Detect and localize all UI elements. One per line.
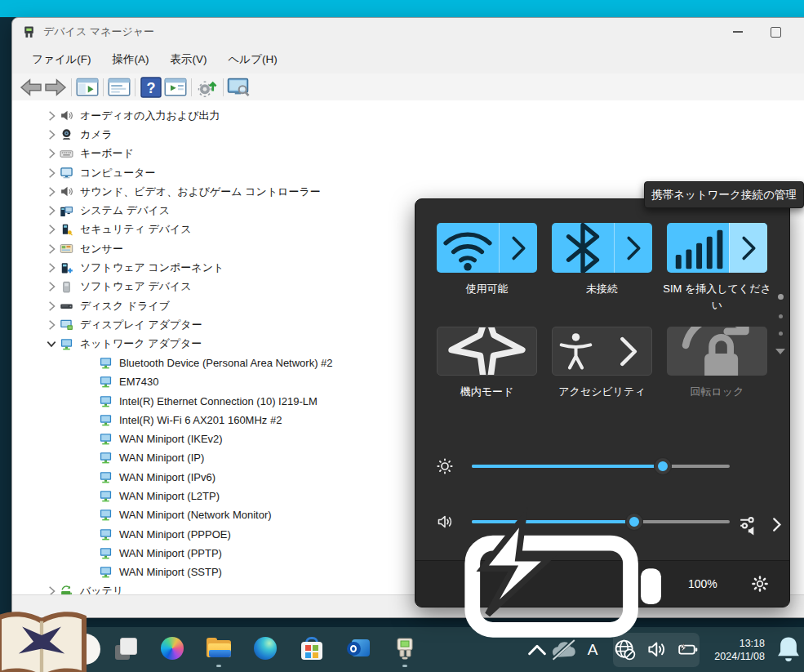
qs-tile-cell: 未接続 xyxy=(552,223,652,327)
bluetooth-expand-button[interactable] xyxy=(614,223,652,273)
tree-chevron-icon xyxy=(82,547,99,559)
tree-item-label: ソフトウェア コンポーネント xyxy=(80,260,224,275)
wifi-expand-button[interactable] xyxy=(499,223,537,273)
edge-logo xyxy=(254,637,277,660)
qs-footer: 100% xyxy=(415,560,789,607)
chevron-right-icon xyxy=(605,328,651,375)
network-icon xyxy=(99,470,113,484)
store-bag xyxy=(301,637,322,660)
action-pane-icon xyxy=(163,75,188,100)
settings-button[interactable] xyxy=(750,574,770,594)
tree-chevron-icon[interactable] xyxy=(43,300,60,312)
tree-chevron-icon[interactable] xyxy=(43,148,60,159)
taskbar-app-outlook[interactable] xyxy=(346,636,371,661)
chevron-right-icon xyxy=(764,512,789,537)
tooltip: 携帯ネットワーク接続の管理 xyxy=(644,181,804,208)
bluetooth-tile-main[interactable] xyxy=(552,223,614,273)
accessibility-tile[interactable] xyxy=(552,327,652,376)
search-box[interactable] xyxy=(0,634,100,665)
console-tree-button[interactable] xyxy=(75,77,100,98)
audio-icon xyxy=(60,185,73,198)
taskbar-app-store[interactable] xyxy=(300,636,324,661)
bluetooth-tile[interactable] xyxy=(552,223,652,273)
network-icon xyxy=(99,546,113,560)
tree-item-label: ディスク ドライブ xyxy=(80,299,170,314)
svg-text:?: ? xyxy=(147,79,156,96)
menu-item-1[interactable]: 操作(A) xyxy=(104,49,158,70)
accessibility-tile-main[interactable] xyxy=(553,327,651,375)
bluetooth-icon xyxy=(552,223,614,273)
battery-status-button[interactable]: 100% xyxy=(437,461,717,672)
tree-chevron-icon xyxy=(82,358,99,369)
tree-chevron-icon[interactable] xyxy=(43,338,60,349)
network-icon xyxy=(99,394,113,408)
notifications-button[interactable] xyxy=(773,634,804,665)
tree-chevron-icon[interactable] xyxy=(43,186,60,198)
tree-chevron-icon[interactable] xyxy=(43,281,60,292)
scan-hardware-button[interactable] xyxy=(195,77,220,98)
taskbar-app-file-explorer[interactable] xyxy=(207,636,231,661)
menu-item-2[interactable]: 表示(V) xyxy=(162,49,215,70)
maximize-button[interactable] xyxy=(757,18,794,46)
action-pane-button[interactable] xyxy=(163,77,188,98)
maximize-icon xyxy=(771,27,781,38)
menubar: ファイル(F)操作(A)表示(V)ヘルプ(H) xyxy=(12,46,804,74)
qs-tile-cell: 回転ロック xyxy=(667,327,767,400)
expand-down-icon[interactable] xyxy=(775,349,785,354)
security-icon xyxy=(60,223,73,237)
network-icon xyxy=(99,413,113,427)
window-controls xyxy=(719,18,794,46)
tree-chevron-icon[interactable] xyxy=(43,167,60,179)
back-button[interactable] xyxy=(19,77,43,98)
taskbar-app-edge[interactable] xyxy=(253,636,278,661)
airplane-mode-tile-main[interactable] xyxy=(438,327,536,375)
taskbar-app-task-view[interactable] xyxy=(113,636,138,661)
monitor-search-button[interactable] xyxy=(227,77,251,98)
audio-icon xyxy=(60,109,73,122)
properties-icon xyxy=(107,75,131,100)
toolbar-separator xyxy=(135,78,135,96)
tree-item[interactable]: カメラ xyxy=(12,125,804,144)
tree-item-label: ディスプレイ アダプター xyxy=(80,318,202,332)
audio-output-select-button[interactable] xyxy=(736,512,789,537)
wifi-tile[interactable] xyxy=(437,223,537,273)
tree-item-label: Intel(R) Wi-Fi 6 AX201 160MHz #2 xyxy=(119,414,282,426)
help-button[interactable]: ? xyxy=(139,77,163,98)
cellular-tile[interactable] xyxy=(667,223,767,273)
cellular-expand-button[interactable] xyxy=(729,223,767,273)
forward-button[interactable] xyxy=(43,77,68,98)
wifi-tile-main[interactable] xyxy=(437,223,499,273)
tree-chevron-icon[interactable] xyxy=(43,262,60,274)
tree-item-label: サウンド、ビデオ、およびゲーム コントローラー xyxy=(80,185,321,199)
tree-chevron-icon[interactable] xyxy=(43,243,60,255)
tree-chevron-icon[interactable] xyxy=(43,224,60,235)
cellular-tile-main[interactable] xyxy=(667,223,729,273)
system-icon xyxy=(60,204,73,218)
tree-item[interactable]: コンピューター xyxy=(12,163,804,182)
camera-icon xyxy=(60,127,73,141)
taskbar-app-copilot[interactable] xyxy=(160,636,184,661)
qs-tile-cell: 使用可能 xyxy=(437,223,537,327)
tree-chevron-icon[interactable] xyxy=(43,205,60,216)
minimize-button[interactable] xyxy=(719,18,757,46)
titlebar[interactable]: デバイス マネージャー xyxy=(12,18,804,46)
menu-item-3[interactable]: ヘルプ(H) xyxy=(220,49,286,70)
tree-chevron-icon[interactable] xyxy=(43,129,60,140)
tree-item[interactable]: キーボード xyxy=(12,145,804,163)
tree-item[interactable]: オーディオの入力および出力 xyxy=(12,106,804,125)
running-indicator xyxy=(216,665,221,667)
tree-chevron-icon[interactable] xyxy=(43,319,60,331)
properties-button[interactable] xyxy=(107,77,131,98)
network-icon xyxy=(99,527,113,541)
desktop-wallpaper-left xyxy=(0,0,11,627)
page-dot xyxy=(778,294,784,300)
menu-item-0[interactable]: ファイル(F) xyxy=(24,49,100,70)
tree-item-label: WAN Miniport (PPPOE) xyxy=(119,528,231,541)
tree-item-label: WAN Miniport (Network Monitor) xyxy=(119,509,272,521)
disk-icon xyxy=(60,299,73,313)
page-dot xyxy=(779,314,783,318)
taskbar-app-device-manager[interactable] xyxy=(393,636,417,661)
airplane-mode-tile[interactable] xyxy=(437,327,537,376)
tree-chevron-icon[interactable] xyxy=(43,110,60,122)
qs-tile-cell: SIM を挿入してください xyxy=(667,223,767,327)
